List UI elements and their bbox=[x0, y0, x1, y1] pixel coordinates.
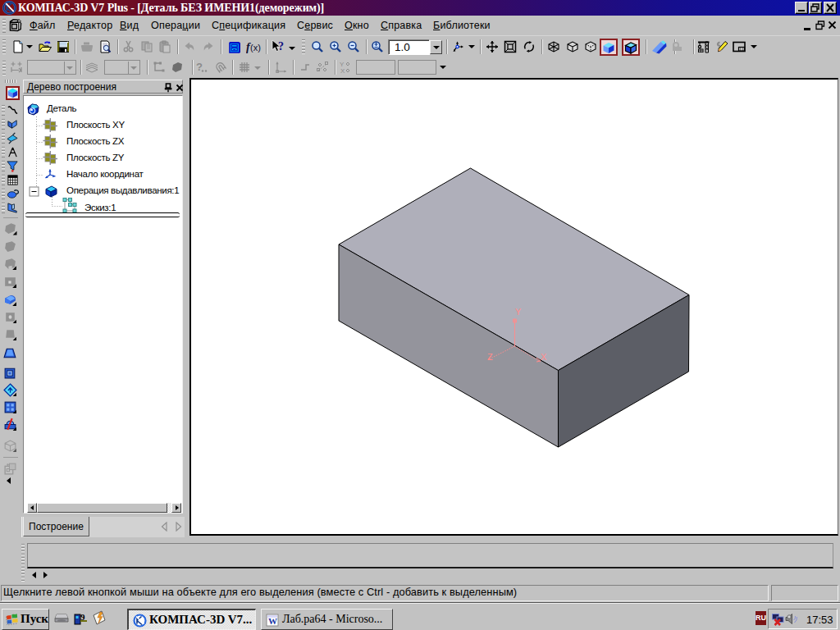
svg-text:Y: Y bbox=[515, 307, 522, 317]
svg-text:W: W bbox=[268, 616, 277, 626]
svg-text:9: 9 bbox=[80, 613, 85, 622]
svg-text:X: X bbox=[340, 67, 345, 74]
svg-text:X: X bbox=[541, 352, 547, 362]
svg-text:?: ? bbox=[196, 61, 203, 73]
svg-text:(x): (x) bbox=[250, 43, 261, 52]
svg-text:?: ? bbox=[278, 40, 284, 52]
svg-text:Z: Z bbox=[487, 352, 493, 362]
